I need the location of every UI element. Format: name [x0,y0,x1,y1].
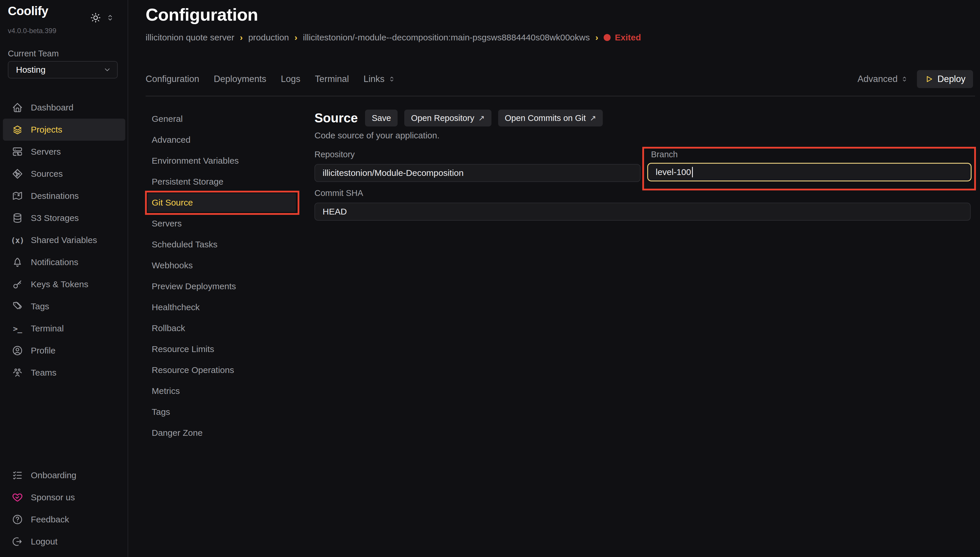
sidebar-item-label: Onboarding [31,471,76,480]
advanced-dropdown[interactable]: Advanced [858,74,908,84]
subnav-item-tags[interactable]: Tags [146,401,302,422]
subnav-item-persistent-storage[interactable]: Persistent Storage [146,171,302,192]
tab-links[interactable]: Links [364,74,395,84]
map-icon [12,191,23,202]
subnav-item-resource-operations[interactable]: Resource Operations [146,360,302,381]
tab-deployments[interactable]: Deployments [214,74,266,84]
sidebar-item-sponsor[interactable]: Sponsor us [3,486,125,508]
commit-sha-field: Commit SHA [314,188,971,221]
sidebar-item-label: Feedback [31,515,69,524]
save-button[interactable]: Save [365,109,398,127]
sidebar-item-onboarding[interactable]: Onboarding [3,464,125,486]
sidebar-item-teams[interactable]: Teams [3,362,125,384]
sidebar-item-keys-tokens[interactable]: Keys & Tokens [3,273,125,295]
sidebar-item-feedback[interactable]: Feedback [3,508,125,531]
subnav-item-preview-deployments[interactable]: Preview Deployments [146,276,302,297]
repository-label: Repository [314,150,640,159]
team-select[interactable]: Hosting [8,61,118,78]
breadcrumb-environment[interactable]: production [248,33,289,42]
breadcrumb: illicitonion quote server › production ›… [146,33,641,42]
sidebar-item-notifications[interactable]: Notifications [3,251,125,273]
subnav-item-webhooks[interactable]: Webhooks [146,255,302,276]
branch-label: Branch [647,150,972,159]
header-divider [146,96,975,96]
sidebar-item-label: Sources [31,169,63,179]
sidebar-item-label: S3 Storages [31,213,79,223]
advanced-label: Advanced [858,74,898,84]
source-description: Code source of your application. [314,130,439,140]
sidebar: Coolify v4.0.0-beta.399 Current Team Hos… [0,0,128,557]
tab-links-label: Links [364,74,385,84]
layers-icon [12,124,23,135]
tabs-row: Configuration Deployments Logs Terminal … [146,70,973,88]
terminal-icon: >_ [12,323,23,334]
subnav-item-metrics[interactable]: Metrics [146,381,302,401]
theme-selector-chevrons-icon[interactable] [106,13,114,22]
repository-input[interactable] [314,164,640,182]
sidebar-item-shared-variables[interactable]: (x) Shared Variables [3,229,125,251]
commit-sha-input[interactable] [314,203,971,221]
app-logo[interactable]: Coolify [8,4,48,18]
subnav-item-scheduled-tasks[interactable]: Scheduled Tasks [146,234,302,255]
sidebar-item-s3-storages[interactable]: S3 Storages [3,207,125,229]
tab-configuration[interactable]: Configuration [146,74,199,84]
subnav-item-general[interactable]: General [146,108,302,129]
sidebar-item-projects[interactable]: Projects [3,119,125,141]
sidebar-item-label: Destinations [31,191,79,201]
open-commits-button[interactable]: Open Commits on Git ↗ [498,109,603,127]
sidebar-item-label: Terminal [31,324,63,334]
header-actions: Advanced Deploy [858,70,973,88]
server-icon [12,146,23,157]
text-caret [692,167,693,178]
chevron-down-icon [103,66,111,74]
logout-icon [12,536,23,547]
subnav-item-danger-zone[interactable]: Danger Zone [146,422,302,443]
subnav-item-git-source[interactable]: Git Source [148,193,296,212]
main-content: Configuration illicitonion quote server … [129,0,980,557]
git-diamond-icon [12,168,23,179]
breadcrumb-separator: › [595,33,598,42]
repository-field: Repository [314,150,640,182]
tags-icon [12,301,23,312]
tabs: Configuration Deployments Logs Terminal … [146,74,395,84]
sidebar-item-destinations[interactable]: Destinations [3,185,125,207]
sidebar-nav: Dashboard Projects Servers Sources Desti… [0,96,128,384]
status-dot-icon [604,34,611,41]
git-source-form: Source Save Open Repository ↗ Open Commi… [314,109,971,313]
page-title: Configuration [146,5,258,25]
user-circle-icon [12,345,23,356]
tab-logs[interactable]: Logs [281,74,300,84]
status-text: Exited [615,33,641,42]
subnav-item-servers[interactable]: Servers [146,213,302,234]
sidebar-item-label: Shared Variables [31,235,97,245]
deploy-button[interactable]: Deploy [917,70,973,88]
sidebar-item-tags[interactable]: Tags [3,295,125,318]
breadcrumb-separator: › [240,33,243,42]
breadcrumb-application[interactable]: illicitestonion/-module--decomposition:m… [303,33,590,42]
sidebar-item-dashboard[interactable]: Dashboard [3,96,125,119]
tab-terminal[interactable]: Terminal [315,74,349,84]
subnav-item-healthcheck[interactable]: Healthcheck [146,297,302,318]
source-heading: Source [314,111,358,125]
sidebar-item-servers[interactable]: Servers [3,141,125,163]
commit-sha-label: Commit SHA [314,188,971,198]
sidebar-item-label: Dashboard [31,103,73,112]
help-circle-icon [12,514,23,525]
branch-input[interactable]: level-100 [647,163,972,181]
heart-icon [12,492,23,503]
subnav-item-rollback[interactable]: Rollback [146,318,302,339]
open-repository-button[interactable]: Open Repository ↗ [404,109,491,127]
subnav-item-resource-limits[interactable]: Resource Limits [146,339,302,360]
selector-chevrons-icon [900,75,908,83]
sidebar-item-sources[interactable]: Sources [3,163,125,185]
team-select-value: Hosting [16,65,46,75]
branch-field: Branch level-100 [647,150,972,181]
external-link-icon: ↗ [478,114,485,123]
subnav-item-advanced[interactable]: Advanced [146,129,302,150]
breadcrumb-project[interactable]: illicitonion quote server [146,33,234,42]
sidebar-item-logout[interactable]: Logout [3,531,125,553]
sidebar-item-terminal[interactable]: >_ Terminal [3,318,125,340]
theme-toggle-sun-icon[interactable] [90,12,101,23]
subnav-item-environment-variables[interactable]: Environment Variables [146,150,302,171]
sidebar-item-profile[interactable]: Profile [3,340,125,362]
